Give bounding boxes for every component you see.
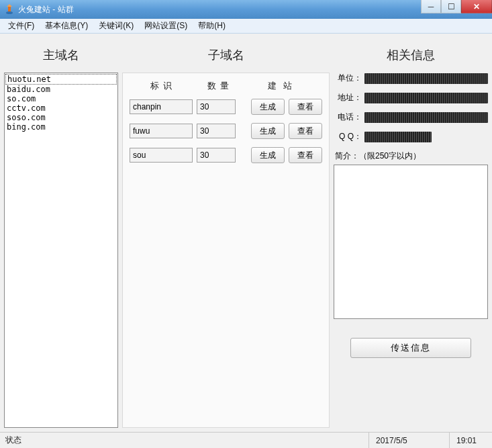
intro-label: 简介：（限250字以内） [335, 150, 488, 162]
close-button[interactable]: ✕ [461, 0, 492, 13]
qty-input[interactable] [197, 99, 236, 114]
list-item[interactable]: soso.com [5, 113, 117, 122]
list-item[interactable]: huotu.net [5, 74, 117, 85]
header-build: 建站 [244, 80, 322, 92]
intro-textarea[interactable] [334, 165, 488, 319]
unit-value [364, 73, 488, 84]
view-button[interactable]: 查看 [289, 123, 322, 139]
sub-domain-grid: 标识 数量 建站 生成查看生成查看生成查看 [122, 73, 330, 428]
header-qty: 数量 [197, 80, 244, 92]
app-icon [4, 4, 15, 15]
minimize-button[interactable]: ─ [421, 0, 441, 13]
view-button[interactable]: 查看 [289, 147, 322, 163]
title-bar: 火兔建站 - 站群 ─ ☐ ✕ [0, 0, 492, 19]
related-info-title: 相关信息 [334, 38, 488, 73]
generate-button[interactable]: 生成 [251, 123, 285, 139]
menu-basic-info[interactable]: 基本信息(Y) [40, 19, 93, 33]
subdomain-row: 生成查看 [130, 99, 322, 115]
send-info-button[interactable]: 传送信息 [350, 338, 471, 358]
grid-header: 标识 数量 建站 [130, 77, 322, 99]
client-area: 主域名 huotu.netbaidu.comso.comcctv.comsoso… [0, 34, 492, 432]
status-date: 2017/5/5 [368, 433, 449, 448]
tag-input[interactable] [130, 124, 193, 138]
status-label: 状态 [0, 433, 368, 448]
subdomain-row: 生成查看 [130, 123, 322, 139]
info-phone-row: 电话： [334, 111, 488, 123]
list-item[interactable]: baidu.com [5, 85, 117, 94]
view-button[interactable]: 查看 [289, 99, 322, 115]
qty-input[interactable] [197, 124, 236, 138]
status-time: 19:01 [449, 433, 492, 448]
info-qq-row: Q Q： [334, 131, 488, 142]
address-value [364, 93, 488, 103]
window-title: 火兔建站 - 站群 [18, 4, 74, 15]
window-controls: ─ ☐ ✕ [421, 0, 492, 13]
address-label: 地址： [334, 92, 362, 103]
unit-label: 单位： [334, 73, 362, 84]
info-address-row: 地址： [334, 92, 488, 103]
tag-input[interactable] [130, 99, 193, 114]
info-unit-row: 单位： [334, 73, 488, 84]
phone-value [364, 112, 488, 123]
svg-point-1 [6, 11, 13, 14]
header-tag: 标识 [130, 80, 197, 92]
status-bar: 状态 2017/5/5 19:01 [0, 432, 492, 448]
list-item[interactable]: so.com [5, 94, 117, 103]
related-info-panel: 相关信息 单位： 地址： 电话： Q Q： 简介：（限250字以内） 传送信息 [334, 38, 488, 428]
sub-domain-title: 子域名 [122, 38, 330, 73]
menu-file[interactable]: 文件(F) [3, 19, 40, 33]
generate-button[interactable]: 生成 [251, 99, 285, 115]
generate-button[interactable]: 生成 [251, 147, 285, 163]
menu-bar: 文件(F) 基本信息(Y) 关键词(K) 网站设置(S) 帮助(H) [0, 19, 492, 34]
menu-site-settings[interactable]: 网站设置(S) [139, 19, 193, 33]
maximize-button[interactable]: ☐ [441, 0, 461, 13]
sub-domain-panel: 子域名 标识 数量 建站 生成查看生成查看生成查看 [122, 38, 330, 428]
main-domain-title: 主域名 [4, 38, 118, 73]
qty-input[interactable] [197, 148, 236, 163]
domain-listbox[interactable]: huotu.netbaidu.comso.comcctv.comsoso.com… [4, 73, 118, 428]
tag-input[interactable] [130, 148, 193, 163]
qq-value [364, 132, 432, 142]
subdomain-row: 生成查看 [130, 147, 322, 163]
main-domain-panel: 主域名 huotu.netbaidu.comso.comcctv.comsoso… [4, 38, 118, 428]
list-item[interactable]: cctv.com [5, 103, 117, 113]
qq-label: Q Q： [334, 131, 362, 142]
phone-label: 电话： [334, 111, 362, 123]
list-item[interactable]: bing.com [5, 122, 117, 132]
menu-help[interactable]: 帮助(H) [193, 19, 231, 33]
menu-keywords[interactable]: 关键词(K) [93, 19, 139, 33]
